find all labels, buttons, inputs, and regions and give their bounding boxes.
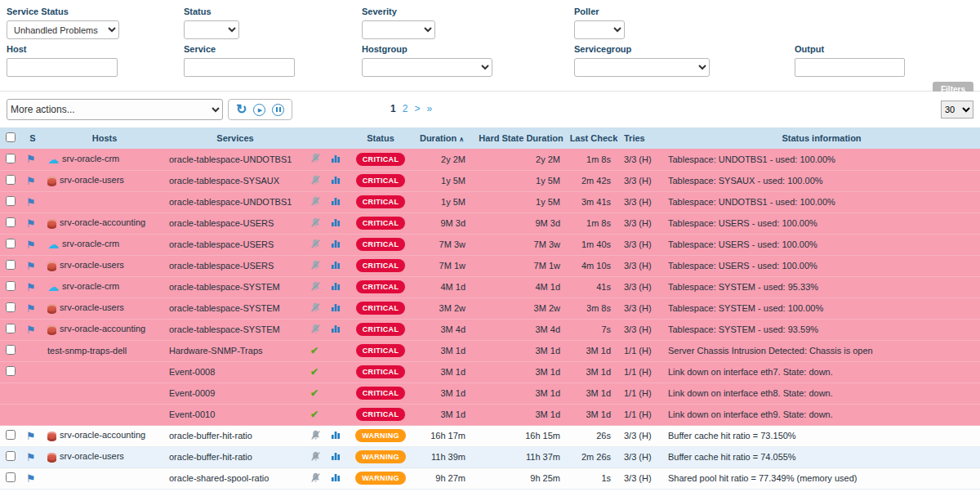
- row-checkbox[interactable]: [6, 324, 16, 333]
- row-checkbox[interactable]: [6, 217, 16, 227]
- notifications-disabled-icon: [310, 260, 321, 272]
- service-name[interactable]: Event-0010: [165, 404, 305, 425]
- row-checkbox[interactable]: [6, 154, 16, 163]
- filter-service-input[interactable]: [184, 58, 295, 77]
- performance-graph-icon[interactable]: [331, 472, 341, 484]
- filter-poller-select[interactable]: [574, 20, 625, 39]
- row-checkbox[interactable]: [6, 366, 16, 376]
- header-hard-state-duration[interactable]: Hard State Duration: [474, 127, 568, 149]
- flag-icon: [26, 432, 36, 441]
- filter-service-status-select[interactable]: Unhandled Problems: [7, 20, 119, 39]
- performance-graph-icon[interactable]: [331, 260, 341, 271]
- filter-block-hostgroup: Hostgroup: [362, 44, 574, 77]
- host-name[interactable]: srv-oracle-users: [60, 260, 124, 270]
- header-tries[interactable]: Tries: [619, 127, 663, 149]
- last-page-link[interactable]: »: [426, 103, 432, 114]
- row-checkbox[interactable]: [6, 175, 16, 185]
- performance-graph-icon[interactable]: [331, 217, 341, 229]
- host-name[interactable]: srv-oracle-users: [60, 175, 124, 185]
- status-information-cell: Link down on interface eth9. State: down…: [663, 404, 980, 425]
- host-icon: [47, 177, 56, 186]
- filter-status-select[interactable]: [184, 20, 239, 39]
- service-name[interactable]: oracle-tablespace-SYSTEM: [165, 319, 305, 340]
- filter-hostgroup-select[interactable]: [362, 58, 492, 77]
- last-check-cell: 3M 1d: [568, 340, 619, 361]
- service-name[interactable]: Event-0009: [165, 382, 305, 404]
- row-checkbox[interactable]: [6, 281, 16, 291]
- service-name[interactable]: oracle-tablespace-USERS: [165, 234, 305, 255]
- host-name[interactable]: srv-oracle-crm: [62, 281, 119, 291]
- filter-host-input[interactable]: [7, 58, 118, 77]
- notifications-disabled-icon: [310, 239, 321, 251]
- host-name[interactable]: srv-oracle-crm: [62, 239, 119, 248]
- row-checkbox[interactable]: [6, 451, 16, 461]
- duration-cell: 4M 1d: [410, 276, 474, 297]
- tries-cell: 1/1 (H): [619, 382, 663, 404]
- performance-graph-icon[interactable]: [331, 281, 341, 293]
- performance-graph-icon[interactable]: [331, 196, 341, 208]
- service-name[interactable]: oracle-shared-spool-ratio: [165, 467, 305, 489]
- service-name[interactable]: oracle-buffer-hit-ratio: [165, 446, 305, 467]
- host-icon: [47, 262, 56, 271]
- host-name[interactable]: srv-oracle-users: [60, 451, 124, 461]
- tries-cell: 3/3 (H): [619, 276, 663, 297]
- performance-graph-icon[interactable]: [331, 324, 341, 335]
- filter-servicegroup-select[interactable]: [574, 58, 710, 77]
- pause-icon[interactable]: [272, 104, 284, 116]
- header-duration[interactable]: Duration: [410, 127, 474, 149]
- service-name[interactable]: oracle-tablespace-USERS: [165, 212, 305, 234]
- performance-graph-icon[interactable]: [331, 239, 341, 250]
- hard-state-duration-cell: 1y 5M: [474, 191, 568, 212]
- tries-cell: 1/1 (H): [619, 404, 663, 425]
- row-checkbox[interactable]: [6, 472, 16, 482]
- select-all-checkbox[interactable]: [6, 132, 16, 142]
- row-checkbox[interactable]: [6, 302, 16, 312]
- performance-graph-icon[interactable]: [331, 451, 341, 463]
- host-name[interactable]: srv-oracle-accounting: [60, 217, 145, 227]
- header-status[interactable]: Status: [351, 127, 410, 149]
- host-name[interactable]: srv-oracle-crm: [62, 154, 119, 163]
- header-hosts[interactable]: Hosts: [44, 127, 165, 149]
- row-checkbox[interactable]: [6, 196, 16, 206]
- row-checkbox[interactable]: [6, 345, 16, 355]
- table-row: srv-oracle-accounting oracle-buffer-hit-…: [0, 425, 980, 446]
- sort-ascending-icon[interactable]: [459, 136, 464, 143]
- service-name[interactable]: oracle-buffer-hit-ratio: [165, 425, 305, 446]
- duration-cell: 3M 1d: [410, 361, 474, 382]
- page-current[interactable]: 1: [390, 103, 396, 114]
- play-icon[interactable]: [253, 104, 265, 116]
- next-page-link[interactable]: >: [414, 103, 420, 114]
- service-name[interactable]: oracle-tablespace-UNDOTBS1: [165, 191, 305, 212]
- duration-cell: 11h 39m: [410, 446, 474, 467]
- header-last-check[interactable]: Last Check: [568, 127, 619, 149]
- service-name[interactable]: oracle-tablespace-USERS: [165, 255, 305, 276]
- tries-cell: 1/1 (H): [619, 361, 663, 382]
- service-name[interactable]: Hardware-SNMP-Traps: [165, 340, 305, 361]
- performance-graph-icon[interactable]: [331, 430, 341, 441]
- service-name[interactable]: oracle-tablespace-UNDOTBS1: [165, 149, 305, 170]
- host-name[interactable]: srv-oracle-accounting: [60, 430, 145, 440]
- header-services[interactable]: Services: [165, 127, 305, 149]
- performance-graph-icon[interactable]: [331, 154, 341, 165]
- performance-graph-icon[interactable]: [331, 175, 341, 186]
- filter-output-input[interactable]: [795, 58, 905, 77]
- page-size-select[interactable]: 30: [941, 101, 973, 119]
- row-checkbox[interactable]: [6, 260, 16, 270]
- service-name[interactable]: Event-0008: [165, 361, 305, 382]
- service-name[interactable]: oracle-tablespace-SYSTEM: [165, 276, 305, 297]
- page-2-link[interactable]: 2: [403, 103, 408, 114]
- service-name[interactable]: oracle-tablespace-SYSTEM: [165, 297, 305, 319]
- host-name[interactable]: test-snmp-traps-dell: [47, 346, 127, 356]
- performance-graph-icon[interactable]: [331, 302, 341, 314]
- row-checkbox[interactable]: [6, 430, 16, 440]
- filter-severity-select[interactable]: [362, 20, 435, 39]
- tries-cell: 3/3 (H): [619, 191, 663, 212]
- host-name[interactable]: srv-oracle-accounting: [60, 324, 145, 333]
- row-checkbox[interactable]: [6, 239, 16, 248]
- flag-icon: [26, 283, 36, 293]
- more-actions-select[interactable]: More actions...: [7, 99, 223, 120]
- service-name[interactable]: oracle-tablespace-SYSAUX: [165, 170, 305, 191]
- refresh-icon[interactable]: [236, 103, 247, 116]
- host-name[interactable]: srv-oracle-users: [60, 302, 124, 312]
- duration-cell: 9h 27m: [410, 467, 474, 489]
